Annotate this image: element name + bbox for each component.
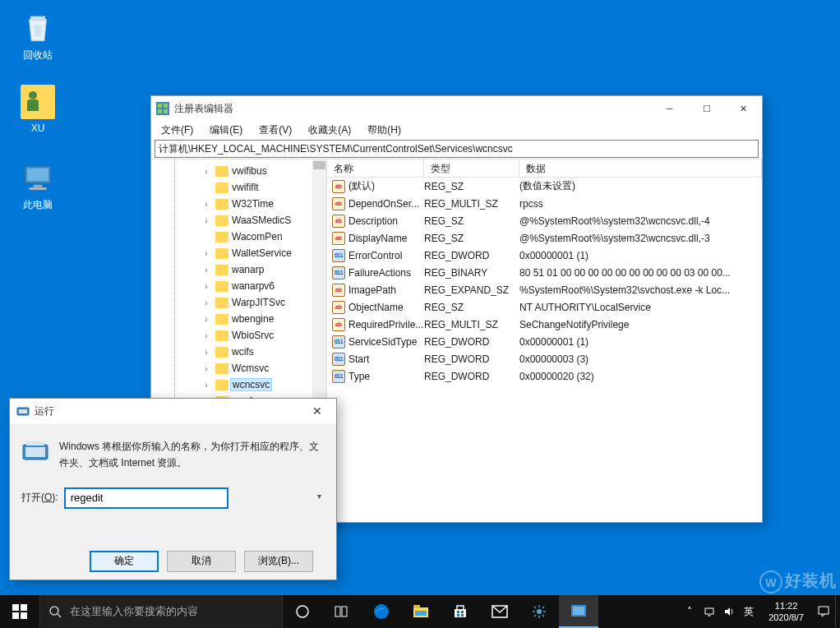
svg-rect-11 — [19, 409, 27, 413]
desktop-icon-recycle-bin[interactable]: 回收站 — [8, 11, 67, 62]
list-row[interactable]: ab(默认)REG_SZ(数值未设置) — [327, 178, 762, 195]
mail-icon[interactable] — [480, 595, 519, 628]
expander-icon[interactable]: › — [202, 200, 210, 209]
store-icon[interactable] — [441, 595, 480, 628]
run-cancel-button[interactable]: 取消 — [167, 551, 236, 572]
list-row[interactable]: 011FailureActionsREG_BINARY80 51 01 00 0… — [327, 264, 762, 281]
run-close-button[interactable]: ✕ — [305, 404, 330, 418]
start-button[interactable] — [0, 595, 39, 628]
edge-icon[interactable] — [362, 595, 401, 628]
regedit-titlebar[interactable]: 注册表编辑器 ─ ☐ ✕ — [151, 96, 762, 121]
menu-view[interactable]: 查看(V) — [254, 122, 297, 139]
value-name: Start — [348, 353, 424, 365]
tree-item[interactable]: ›WaaSMedicS — [168, 212, 326, 229]
value-name: DisplayName — [348, 233, 424, 244]
taskbar-app-active[interactable] — [559, 595, 598, 628]
list-row[interactable]: 011TypeREG_DWORD0x00000020 (32) — [327, 367, 762, 385]
maximize-button[interactable]: ☐ — [688, 96, 725, 121]
run-browse-button[interactable]: 浏览(B)... — [244, 551, 313, 572]
folder-icon — [215, 265, 228, 275]
list-row[interactable]: abDescriptionREG_SZ@%SystemRoot%\system3… — [327, 212, 762, 229]
menu-help[interactable]: 帮助(H) — [362, 122, 406, 139]
list-row[interactable]: abObjectNameREG_SZNT AUTHORITY\LocalServ… — [327, 298, 762, 316]
desktop-icon-folder-xu[interactable]: XU — [8, 85, 67, 134]
folder-icon — [215, 281, 228, 292]
svg-rect-15 — [12, 604, 19, 611]
expander-icon[interactable]: › — [202, 167, 210, 176]
list-row[interactable]: 011StartREG_DWORD0x00000003 (3) — [327, 350, 762, 367]
tree-item[interactable]: ›wanarp — [168, 261, 326, 278]
address-bar[interactable] — [155, 140, 759, 158]
list-row[interactable]: abDisplayNameREG_SZ@%SystemRoot%\system3… — [327, 229, 762, 247]
list-row[interactable]: 011ErrorControlREG_DWORD0x00000001 (1) — [327, 247, 762, 264]
task-view-icon[interactable] — [322, 595, 362, 628]
tree-item[interactable]: ›wbengine — [168, 311, 326, 327]
column-header-name[interactable]: 名称 — [327, 159, 424, 177]
folder-icon — [215, 298, 228, 308]
expander-icon[interactable]: › — [202, 348, 210, 357]
show-desktop-button[interactable] — [835, 595, 840, 628]
tree-item[interactable]: ›WarpJITSvc — [168, 294, 326, 311]
menu-file[interactable]: 文件(F) — [156, 122, 198, 139]
expander-icon[interactable]: › — [202, 282, 210, 291]
expander-icon[interactable]: › — [202, 216, 210, 225]
tree-item[interactable]: WacomPen — [168, 229, 326, 245]
folder-icon — [215, 199, 228, 210]
scrollbar-thumb[interactable] — [313, 161, 325, 169]
tree-item[interactable]: ›W32Time — [168, 196, 326, 212]
close-button[interactable]: ✕ — [725, 96, 762, 121]
column-header-type[interactable]: 类型 — [424, 159, 519, 177]
volume-icon[interactable] — [722, 605, 736, 618]
svg-line-41 — [534, 615, 536, 616]
menu-favorites[interactable]: 收藏夹(A) — [303, 122, 356, 139]
expander-icon[interactable]: › — [202, 315, 210, 324]
value-data: NT AUTHORITY\LocalService — [519, 302, 762, 313]
column-header-data[interactable]: 数据 — [519, 159, 762, 177]
folder-icon — [215, 380, 228, 390]
desktop-icon-this-pc[interactable]: 此电脑 — [8, 160, 67, 212]
tree-item[interactable]: ›vwifibus — [168, 163, 326, 179]
list-row[interactable]: abDependOnSer...REG_MULTI_SZrpcss — [327, 195, 762, 212]
action-center-icon[interactable] — [817, 605, 830, 618]
file-explorer-icon[interactable] — [401, 595, 441, 628]
expander-icon[interactable]: › — [202, 298, 210, 307]
expander-icon[interactable]: › — [202, 331, 210, 340]
tray-chevron-up-icon[interactable]: ˄ — [683, 605, 696, 618]
taskbar-search[interactable]: 在这里输入你要搜索的内容 — [39, 595, 283, 628]
dropdown-icon[interactable]: ▾ — [317, 492, 321, 501]
desktop-icon-label: 回收站 — [8, 48, 67, 62]
run-titlebar[interactable]: 运行 ✕ — [10, 399, 336, 423]
tree-item[interactable]: ›wanarpv6 — [168, 278, 326, 294]
ime-indicator[interactable]: 英 — [742, 605, 755, 618]
expander-icon[interactable]: › — [202, 266, 210, 275]
list-row[interactable]: 011ServiceSidTypeREG_DWORD0x00000001 (1) — [327, 333, 762, 350]
svg-rect-8 — [158, 109, 162, 113]
tree-item[interactable]: ›WbioSrvc — [168, 327, 326, 344]
menu-edit[interactable]: 编辑(E) — [205, 122, 247, 139]
folder-icon — [215, 314, 228, 325]
tree-item[interactable]: ›wcncsvc — [168, 376, 326, 393]
minimize-button[interactable]: ─ — [651, 96, 688, 121]
cortana-icon[interactable] — [283, 595, 322, 628]
list-row[interactable]: abImagePathREG_EXPAND_SZ%SystemRoot%\Sys… — [327, 281, 762, 298]
taskbar-clock[interactable]: 11:22 2020/8/7 — [762, 600, 810, 624]
run-ok-button[interactable]: 确定 — [90, 551, 159, 572]
tree-item[interactable]: ›wcifs — [168, 344, 326, 360]
value-type: REG_DWORD — [424, 336, 519, 348]
run-input[interactable] — [65, 488, 228, 508]
tree-item[interactable]: ›WalletService — [168, 245, 326, 261]
value-name: Type — [348, 371, 424, 382]
expander-icon[interactable]: › — [202, 381, 210, 390]
desktop-icon-label: 此电脑 — [8, 198, 67, 212]
expander-icon[interactable]: › — [202, 249, 210, 258]
network-icon[interactable] — [703, 605, 716, 618]
svg-rect-22 — [335, 607, 340, 616]
run-dialog: 运行 ✕ Windows 将根据你所输入的名称，为你打开相应的程序、文件夹、文档… — [9, 398, 337, 580]
expander-icon[interactable]: › — [202, 364, 210, 373]
settings-icon[interactable] — [519, 595, 559, 628]
value-data: @%SystemRoot%\system32\wcncsvc.dll,-4 — [519, 215, 762, 227]
tree-item-label: wcncsvc — [230, 378, 272, 391]
tree-item[interactable]: vwififlt — [168, 179, 326, 196]
list-row[interactable]: abRequiredPrivile...REG_MULTI_SZSeChange… — [327, 316, 762, 333]
tree-item[interactable]: ›Wcmsvc — [168, 360, 326, 376]
